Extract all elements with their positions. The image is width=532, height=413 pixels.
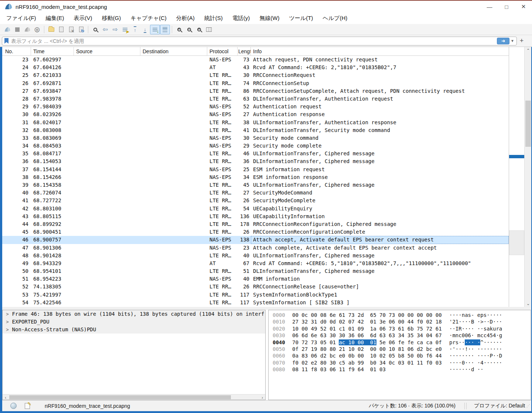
- packet-row[interactable]: 2567.621033LTE RR…30RRCConnectionRequest: [2, 71, 509, 79]
- stop-capture-icon[interactable]: [12, 25, 22, 34]
- packet-row[interactable]: 4168.727722LTE RR…26SecurityModeComplete: [2, 197, 509, 204]
- column-header-length[interactable]: Length: [238, 47, 251, 55]
- packet-row[interactable]: 2867.983978LTE RR…63DLInformationTransfe…: [2, 95, 509, 103]
- packet-row[interactable]: 3968.154358LTE RR…45ULInformationTransfe…: [2, 181, 509, 189]
- packet-row[interactable]: 5068.954101LTE RR…51DLInformationTransfe…: [2, 267, 509, 275]
- detail-row[interactable]: >Non-Access-Stratum (NAS)PDU: [3, 326, 265, 334]
- packet-row[interactable]: 4868.901428LTE RR…40ULInformationTransfe…: [2, 252, 509, 260]
- packet-row[interactable]: 4068.726074LTE RR…27SecurityModeCommand: [2, 189, 509, 197]
- scroll-down-arrow-icon[interactable]: ⌄: [525, 300, 532, 307]
- packet-row[interactable]: 4368.805115LTE RR…136UECapabilityInforma…: [2, 213, 509, 220]
- packet-list-vertical-scrollbar[interactable]: ⌃ ⌄: [524, 47, 531, 307]
- go-to-top-icon[interactable]: ↑: [130, 25, 140, 34]
- packet-row[interactable]: 5475.422546LTE RR…117SystemInformation […: [2, 299, 509, 307]
- packet-row[interactable]: 2667.692871LTE RR…74RRCConnectionSetup: [2, 79, 509, 87]
- hex-row[interactable]: 00500f 27 19 80 80 21 10 02 00 00 10 81 …: [269, 346, 531, 352]
- details-horizontal-scrollbar[interactable]: ‹ ›: [3, 394, 265, 400]
- minimize-button[interactable]: —: [481, 1, 498, 12]
- maximize-button[interactable]: □: [498, 1, 515, 12]
- intelligent-scrollbar-minimap[interactable]: [509, 47, 524, 307]
- capture-options-icon[interactable]: ◎: [32, 25, 42, 34]
- colorize-packets-icon[interactable]: [160, 25, 170, 34]
- display-filter-input[interactable]: [11, 38, 497, 44]
- vertical-scrollbar-thumb[interactable]: [525, 101, 531, 147]
- hex-row[interactable]: 001027 32 31 d0 0d 02 07 42 01 3e 06 00 …: [269, 318, 531, 325]
- packet-row[interactable]: 4668.900757NAS-EPS138Attach accept, Acti…: [2, 236, 509, 244]
- zoom-reset-icon[interactable]: =: [194, 25, 204, 34]
- restart-capture-icon[interactable]: [22, 25, 32, 34]
- resize-columns-icon[interactable]: [204, 25, 214, 34]
- hex-row[interactable]: 008008 11 f8 03 06 11 f9 64 01 03·······…: [269, 366, 531, 373]
- column-header-no[interactable]: No.: [2, 47, 31, 55]
- find-packet-icon[interactable]: [90, 25, 100, 34]
- filter-dropdown-caret-icon[interactable]: ▼: [511, 39, 514, 43]
- go-back-icon[interactable]: ⇦: [100, 25, 110, 34]
- packet-row[interactable]: 3868.154266NAS-EPS34ESM information resp…: [2, 173, 509, 181]
- horizontal-scrollbar-thumb[interactable]: [9, 395, 231, 399]
- packet-row[interactable]: 5375.421997LTE RR…117SystemInformationBl…: [2, 291, 509, 299]
- close-button[interactable]: ✕: [515, 1, 532, 12]
- go-to-bottom-icon[interactable]: ↓: [140, 25, 150, 34]
- packet-row[interactable]: 3468.084503NAS-EPS29Security mode comple…: [2, 142, 509, 150]
- hex-row[interactable]: 0070f0 02 e2 80 30 c5 ab 99 b0 34 0c 03 …: [269, 359, 531, 366]
- packet-row[interactable]: 2367.602997NAS-EPS73Attach request, PDN …: [2, 56, 509, 64]
- packet-row[interactable]: 3068.023926NAS-EPS27Authentication respo…: [2, 111, 509, 118]
- packet-row[interactable]: 3768.154144NAS-EPS25ESM information requ…: [2, 166, 509, 173]
- pane-splitter[interactable]: [2, 307, 531, 310]
- capture-comment-icon[interactable]: ✎: [25, 403, 30, 409]
- menu-item[interactable]: 編集(E): [41, 13, 69, 24]
- save-file-icon[interactable]: [56, 25, 66, 34]
- expert-info-icon[interactable]: [10, 403, 17, 409]
- menu-item[interactable]: 表示(V): [69, 13, 97, 24]
- packet-row[interactable]: 3668.154053LTE RR…36DLInformationTransfe…: [2, 158, 509, 165]
- packet-row[interactable]: 4268.803100LTE RR…54UECapabilityEnquiry: [2, 205, 509, 213]
- apply-filter-button[interactable]: ➜: [497, 38, 509, 44]
- column-header-destination[interactable]: Destination: [140, 47, 207, 55]
- packet-row[interactable]: 3168.024017LTE RR…38ULInformationTransfe…: [2, 119, 509, 126]
- menu-item[interactable]: 分析(A): [171, 13, 200, 24]
- scroll-right-arrow-icon[interactable]: ›: [259, 395, 265, 400]
- start-capture-icon[interactable]: [2, 25, 12, 34]
- packet-row[interactable]: 2767.693847LTE RR…86RRCConnectionSetupCo…: [2, 87, 509, 95]
- expand-chevron-icon[interactable]: >: [3, 318, 12, 326]
- packet-row[interactable]: 4968.943329AT67Rcvd AT Command: +CEREG: …: [2, 260, 509, 267]
- menu-item[interactable]: 電話(y): [228, 13, 255, 24]
- go-to-packet-icon[interactable]: ➤: [120, 25, 130, 34]
- filter-bookmark-icon[interactable]: [4, 38, 8, 44]
- reload-file-icon[interactable]: ↻: [76, 25, 86, 34]
- display-filter-box[interactable]: ➜ ▼: [2, 37, 517, 45]
- menu-item[interactable]: 無線(W): [255, 13, 284, 24]
- packet-row[interactable]: 3268.083008LTE RR…41DLInformationTransfe…: [2, 126, 509, 134]
- detail-row[interactable]: >Frame 46: 138 bytes on wire (1104 bits)…: [3, 310, 265, 318]
- hex-row[interactable]: 004070 72 73 05 01 ac 10 00 01 5e 06 fe …: [269, 339, 531, 346]
- packet-row[interactable]: 5274.138305LTE RR…26RRCConnectionRelease…: [2, 283, 509, 291]
- packet-row[interactable]: 3368.083069NAS-EPS30Security mode comman…: [2, 134, 509, 142]
- column-header-protocol[interactable]: Protocol: [207, 47, 238, 55]
- expand-chevron-icon[interactable]: >: [3, 310, 12, 318]
- zoom-out-icon[interactable]: −: [184, 25, 194, 34]
- column-header-info[interactable]: Info: [251, 47, 509, 55]
- hex-row[interactable]: 00600a 83 06 d2 bc e0 0b 00 10 02 05 b8 …: [269, 352, 531, 359]
- menu-item[interactable]: キャプチャ(C): [126, 13, 171, 24]
- packet-row[interactable]: 2967.984039NAS-EPS52Authentication reque…: [2, 103, 509, 111]
- zoom-in-icon[interactable]: +: [174, 25, 184, 34]
- menu-item[interactable]: 統計(S): [200, 13, 228, 24]
- go-forward-icon[interactable]: ⇨: [110, 25, 120, 34]
- menu-item[interactable]: ヘルプ(H): [318, 13, 352, 24]
- detail-row[interactable]: >EXPORTED_PDU: [3, 318, 265, 326]
- expand-chevron-icon[interactable]: >: [3, 326, 12, 334]
- packet-row[interactable]: 4568.900451LTE RR…26RRCConnectionReconfi…: [2, 228, 509, 236]
- menu-item[interactable]: 移動(G): [97, 13, 126, 24]
- packet-row[interactable]: 3568.084717LTE RR…46ULInformationTransfe…: [2, 150, 509, 158]
- hex-row[interactable]: 002010 00 49 52 01 c1 01 09 1a 06 73 61 …: [269, 325, 531, 332]
- menu-item[interactable]: ツール(T): [284, 13, 318, 24]
- packet-row[interactable]: 4468.899292LTE RR…178RRCConnectionReconf…: [2, 220, 509, 228]
- packet-row[interactable]: 4768.901306NAS-EPS23Attach complete, Act…: [2, 244, 509, 252]
- packet-bytes-pane[interactable]: 000000 0c 00 08 6e 61 73 2d 65 70 73 00 …: [268, 310, 531, 400]
- column-header-source[interactable]: Source: [74, 47, 140, 55]
- auto-scroll-icon[interactable]: ↓: [150, 25, 160, 34]
- menu-item[interactable]: ファイル(F): [1, 13, 41, 24]
- open-file-icon[interactable]: [46, 25, 56, 34]
- add-filter-button[interactable]: +: [517, 37, 526, 45]
- close-file-icon[interactable]: ✕: [66, 25, 76, 34]
